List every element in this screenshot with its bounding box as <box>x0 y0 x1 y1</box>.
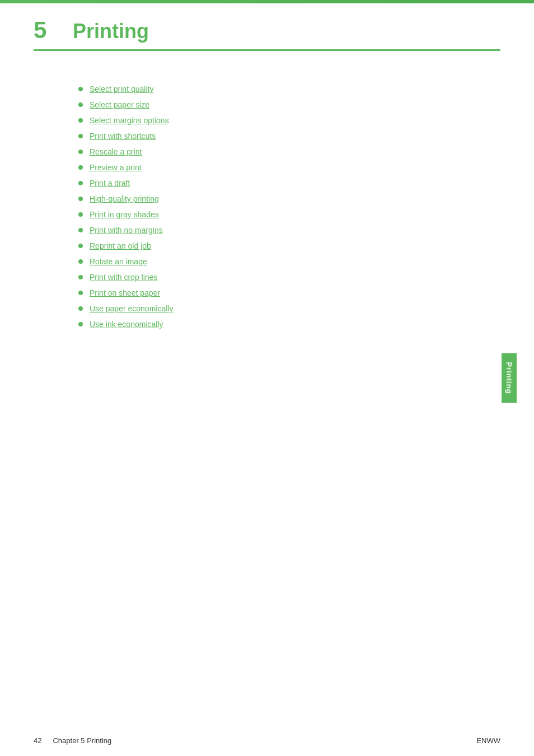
toc-item: Print with crop lines <box>78 273 500 282</box>
toc-link[interactable]: Use paper economically <box>90 304 173 313</box>
toc-item: Select margins options <box>78 116 500 125</box>
chapter-title: Printing <box>73 20 149 43</box>
toc-link[interactable]: Use ink economically <box>90 320 163 329</box>
toc-link[interactable]: Print with crop lines <box>90 273 157 282</box>
toc-bullet <box>78 197 83 201</box>
toc-link[interactable]: Rotate an image <box>90 257 147 266</box>
toc-item: Select paper size <box>78 100 500 109</box>
toc-bullet <box>78 212 83 217</box>
footer-page-number: 42 <box>34 736 41 745</box>
toc-bullet <box>78 259 83 264</box>
toc-item: Preview a print <box>78 163 500 172</box>
toc-bullet <box>78 291 83 295</box>
toc-bullet <box>78 150 83 154</box>
toc-item: High-quality printing <box>78 194 500 203</box>
toc-bullet <box>78 165 83 170</box>
toc-bullet <box>78 306 83 311</box>
footer: 42 Chapter 5 Printing ENWW <box>0 736 534 745</box>
footer-left: 42 Chapter 5 Printing <box>34 736 111 745</box>
toc-bullet <box>78 181 83 185</box>
footer-chapter-label: Chapter 5 Printing <box>53 736 111 745</box>
toc-link[interactable]: Print on sheet paper <box>90 288 160 297</box>
toc-list: Select print qualitySelect paper sizeSel… <box>78 85 500 329</box>
toc-item: Print with shortcuts <box>78 132 500 141</box>
toc-item: Select print quality <box>78 85 500 94</box>
toc-bullet <box>78 275 83 279</box>
toc-item: Reprint an old job <box>78 241 500 250</box>
toc-item: Print a draft <box>78 179 500 188</box>
toc-link[interactable]: Print with no margins <box>90 226 163 235</box>
toc-link[interactable]: Print in gray shades <box>90 210 159 219</box>
toc-item: Rotate an image <box>78 257 500 266</box>
toc-link[interactable]: Reprint an old job <box>90 241 151 250</box>
toc-bullet <box>78 244 83 248</box>
toc-link[interactable]: Select margins options <box>90 116 169 125</box>
chapter-header: 5 Printing <box>34 17 500 51</box>
side-tab: Printing <box>502 353 517 403</box>
toc-bullet <box>78 322 83 326</box>
footer-right-label: ENWW <box>476 736 500 745</box>
toc-item: Use ink economically <box>78 320 500 329</box>
toc-item: Print on sheet paper <box>78 288 500 297</box>
toc-bullet <box>78 134 83 138</box>
top-border <box>0 0 534 3</box>
toc-bullet <box>78 87 83 91</box>
toc-link[interactable]: Select paper size <box>90 100 149 109</box>
chapter-number: 5 <box>34 17 62 44</box>
toc-bullet <box>78 228 83 232</box>
toc-link[interactable]: Print with shortcuts <box>90 132 156 141</box>
toc-link[interactable]: Print a draft <box>90 179 130 188</box>
toc-link[interactable]: Preview a print <box>90 163 142 172</box>
toc-link[interactable]: Select print quality <box>90 85 153 94</box>
toc-item: Rescale a print <box>78 147 500 156</box>
main-content: 5 Printing Select print qualitySelect pa… <box>0 0 534 672</box>
toc-item: Use paper economically <box>78 304 500 313</box>
toc-item: Print in gray shades <box>78 210 500 219</box>
toc-bullet <box>78 118 83 123</box>
toc-item: Print with no margins <box>78 226 500 235</box>
toc-bullet <box>78 102 83 107</box>
toc-link[interactable]: Rescale a print <box>90 147 142 156</box>
toc-link[interactable]: High-quality printing <box>90 194 159 203</box>
